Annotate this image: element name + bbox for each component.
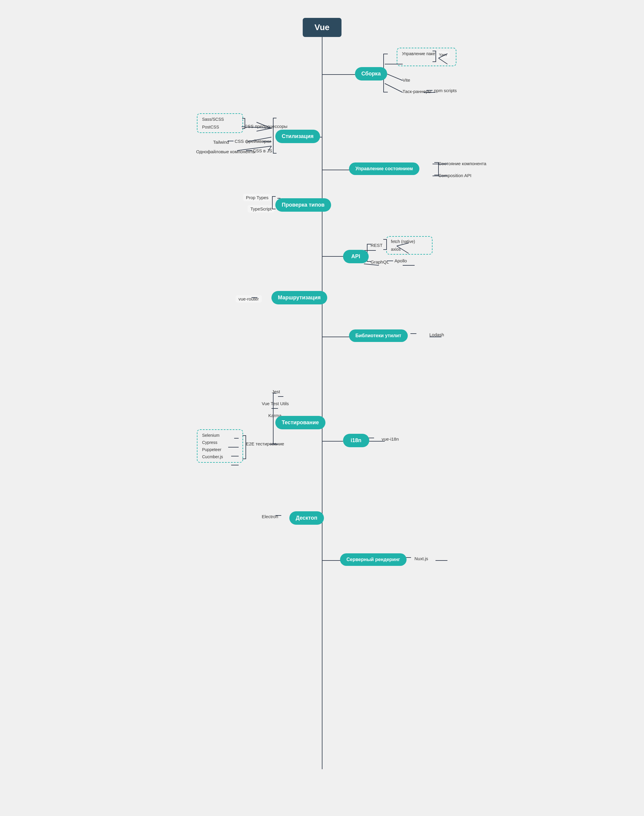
pill-upravlenie: Управление состоянием bbox=[349, 162, 420, 175]
label-electron: Electron bbox=[262, 514, 278, 519]
label-sostoyanie: Состояние компонента bbox=[439, 161, 486, 166]
dashed-rest-clients: fetch (native) axios bbox=[386, 236, 432, 255]
label-sass: Sass/SCSS bbox=[202, 117, 238, 122]
label-nuxt: Nuxt.js bbox=[415, 556, 428, 561]
root-node: Vue bbox=[302, 18, 341, 37]
label-cucumber: Cucmber.js bbox=[202, 455, 238, 459]
mind-map: Vue Сборка Управление пакетами npm Yarn … bbox=[188, 12, 456, 804]
dashed-css-preprocessors: Sass/SCSS PostCSS bbox=[197, 113, 243, 133]
label-axios: axios bbox=[391, 247, 428, 252]
label-task-runners: Таск-раннеры bbox=[403, 89, 432, 94]
label-e2e: E2E тестирование bbox=[246, 441, 284, 446]
label-lodash: Lodash bbox=[429, 332, 444, 337]
pill-testirovanie: Тестирование bbox=[275, 416, 326, 429]
label-tailwind: Tailwind bbox=[213, 139, 229, 145]
label-composition: Composition API bbox=[439, 173, 472, 178]
label-apollo: Apollo bbox=[395, 258, 407, 263]
pill-marshrutizaciya: Маршрутизация bbox=[271, 291, 327, 305]
label-puppeteer: Puppeteer bbox=[202, 447, 238, 452]
pill-server: Серверный рендеринг bbox=[340, 553, 406, 566]
label-postcss: PostCSS bbox=[202, 125, 238, 129]
label-yarn: Yarn bbox=[436, 51, 450, 58]
label-typescript: TypeScript bbox=[248, 205, 275, 213]
label-vue-i18n: vue-i18n bbox=[382, 436, 399, 441]
label-fetch: fetch (native) bbox=[391, 239, 428, 244]
label-css-in-js: CSS в JS bbox=[253, 148, 272, 153]
label-graphql: GraphQL bbox=[371, 259, 389, 265]
pill-biblioteki: Библиотеки утилит bbox=[349, 329, 408, 342]
pill-sborka: Сборка bbox=[355, 67, 388, 81]
label-css-preprocessors: CSS препроцессоры bbox=[245, 124, 288, 129]
label-selenium: Selenium bbox=[202, 433, 238, 438]
pill-stilizaciya: Стилизация bbox=[275, 130, 320, 143]
label-css-frameworks: CSS фреймворки bbox=[235, 139, 271, 144]
pill-api: API bbox=[343, 250, 369, 263]
label-prop-types: Prop Types bbox=[243, 194, 272, 201]
label-vite: Vite bbox=[403, 78, 411, 83]
dashed-e2e: Selenium Cypress Puppeteer Cucmber.js bbox=[197, 429, 243, 463]
label-rest: REST bbox=[371, 243, 383, 248]
label-vue-router: vue-router bbox=[236, 295, 262, 303]
label-single-file: Однофайловые компоненты bbox=[196, 149, 256, 154]
dashed-package-management: Управление пакетами npm Yarn bbox=[397, 48, 456, 66]
pill-proverka: Проверка типов bbox=[275, 198, 331, 212]
label-npm-scripts: npm scripts bbox=[434, 88, 457, 93]
label-cypress: Cypress bbox=[202, 440, 238, 445]
pill-desktop: Десктоп bbox=[289, 511, 324, 525]
pill-i18n: i18n bbox=[343, 434, 369, 447]
